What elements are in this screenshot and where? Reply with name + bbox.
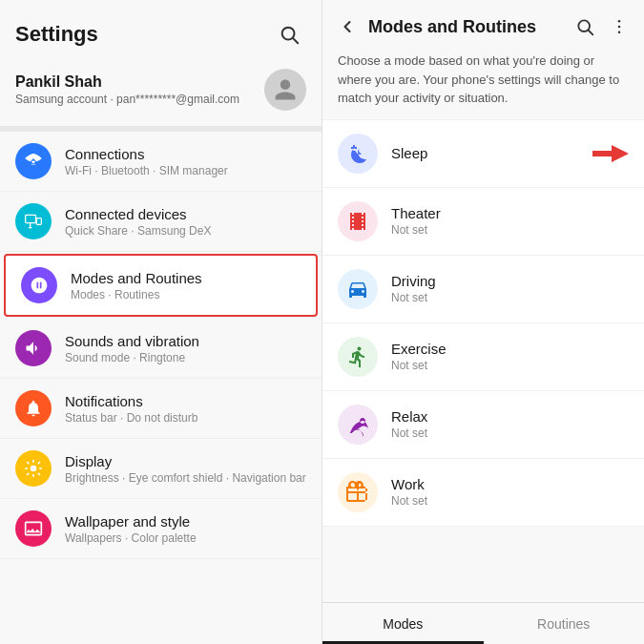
notifications-text: Notifications Status bar · Do not distur…: [65, 393, 306, 425]
exercise-icon: [338, 337, 378, 377]
tab-routines[interactable]: Routines: [484, 603, 645, 644]
modes-routines-text: Modes and Routines Modes · Routines: [71, 270, 301, 301]
svg-line-8: [589, 31, 593, 35]
svg-point-11: [618, 31, 621, 34]
svg-marker-12: [592, 145, 629, 162]
menu-item-sounds[interactable]: Sounds and vibration Sound mode · Ringto…: [0, 319, 322, 379]
avatar: [264, 69, 306, 111]
right-description: Choose a mode based on what you're doing…: [322, 48, 644, 119]
display-text: Display Brightness · Eye comfort shield …: [65, 453, 306, 485]
work-sub: Not set: [391, 494, 629, 508]
menu-item-connected-devices[interactable]: Connected devices Quick Share · Samsung …: [0, 192, 322, 252]
modes-routines-label: Modes and Routines: [71, 270, 301, 286]
exercise-label: Exercise: [391, 341, 629, 357]
profile-email: Samsung account · pan*********@gmail.com: [15, 93, 253, 106]
driving-label: Driving: [391, 273, 629, 289]
sounds-label: Sounds and vibration: [65, 333, 306, 349]
theater-label: Theater: [391, 205, 629, 221]
wallpaper-text: Wallpaper and style Wallpapers · Color p…: [65, 513, 306, 545]
notifications-icon: [15, 390, 52, 426]
mode-item-exercise[interactable]: Exercise Not set: [322, 323, 644, 391]
mode-item-sleep[interactable]: Sleep: [322, 119, 644, 188]
connected-devices-sub: Quick Share · Samsung DeX: [65, 224, 306, 238]
work-text: Work Not set: [391, 476, 629, 508]
relax-label: Relax: [391, 408, 629, 425]
relax-sub: Not set: [391, 426, 629, 440]
menu-item-display[interactable]: Display Brightness · Eye comfort shield …: [0, 439, 322, 499]
theater-sub: Not set: [391, 223, 629, 237]
menu-item-notifications[interactable]: Notifications Status bar · Do not distur…: [0, 379, 322, 439]
wallpaper-icon: [15, 510, 52, 547]
connected-devices-label: Connected devices: [65, 206, 306, 222]
profile-section[interactable]: Pankil Shah Samsung account · pan*******…: [0, 61, 322, 126]
relax-text: Relax Not set: [391, 408, 629, 440]
relax-icon: [338, 405, 378, 445]
theater-icon: [338, 201, 378, 241]
modes-routines-sub: Modes · Routines: [71, 288, 301, 301]
driving-icon: [338, 269, 378, 309]
connected-devices-text: Connected devices Quick Share · Samsung …: [65, 206, 306, 238]
mode-item-work[interactable]: Work Not set: [322, 459, 644, 527]
svg-rect-3: [36, 218, 41, 225]
menu-item-connections[interactable]: Connections Wi-Fi · Bluetooth · SIM mana…: [0, 132, 322, 192]
modes-routines-icon: [21, 267, 57, 303]
sleep-arrow: [592, 143, 629, 164]
right-panel-title: Modes and Routines: [368, 17, 564, 37]
exercise-text: Exercise Not set: [391, 341, 629, 372]
wallpaper-sub: Wallpapers · Color palette: [65, 531, 306, 545]
sounds-icon: [15, 330, 52, 366]
driving-sub: Not set: [391, 291, 629, 304]
left-panel: Settings Pankil Shah Samsung account · p…: [0, 0, 322, 644]
theater-text: Theater Not set: [391, 205, 629, 237]
svg-point-10: [618, 26, 621, 29]
menu-item-wallpaper[interactable]: Wallpaper and style Wallpapers · Color p…: [0, 499, 322, 559]
notifications-label: Notifications: [65, 393, 306, 409]
display-icon: [15, 450, 52, 487]
connections-text: Connections Wi-Fi · Bluetooth · SIM mana…: [65, 146, 306, 177]
connections-icon: [15, 143, 52, 179]
mode-item-driving[interactable]: Driving Not set: [322, 256, 644, 323]
work-label: Work: [391, 476, 629, 492]
wallpaper-label: Wallpaper and style: [65, 513, 306, 530]
sleep-label: Sleep: [391, 145, 575, 161]
display-label: Display: [65, 453, 306, 469]
modes-list: Sleep Theater Not set: [322, 119, 644, 603]
work-icon: [338, 472, 378, 512]
profile-name: Pankil Shah: [15, 73, 253, 91]
settings-search-button[interactable]: [272, 17, 306, 52]
back-button[interactable]: [334, 13, 361, 40]
sleep-icon: [338, 134, 378, 174]
svg-line-1: [293, 38, 298, 43]
right-panel: Modes and Routines Choose a mode based o…: [322, 0, 644, 644]
mode-item-theater[interactable]: Theater Not set: [322, 188, 644, 256]
tab-modes[interactable]: Modes: [322, 603, 484, 644]
mode-item-relax[interactable]: Relax Not set: [322, 391, 644, 459]
right-header: Modes and Routines: [322, 0, 644, 48]
connections-label: Connections: [65, 146, 306, 162]
sounds-sub: Sound mode · Ringtone: [65, 351, 306, 364]
svg-point-6: [31, 466, 37, 472]
more-options-button[interactable]: [606, 13, 633, 40]
exercise-sub: Not set: [391, 359, 629, 372]
bottom-tabs: Modes Routines: [322, 602, 644, 644]
sleep-text: Sleep: [391, 145, 575, 161]
connections-sub: Wi-Fi · Bluetooth · SIM manager: [65, 164, 306, 177]
display-sub: Brightness · Eye comfort shield · Naviga…: [65, 471, 306, 485]
profile-text: Pankil Shah Samsung account · pan*******…: [15, 73, 253, 106]
notifications-sub: Status bar · Do not disturb: [65, 411, 306, 425]
settings-header: Settings: [0, 0, 322, 61]
connected-devices-icon: [15, 203, 52, 239]
menu-item-modes-routines[interactable]: Modes and Routines Modes · Routines: [4, 254, 318, 317]
header-icons: [571, 13, 633, 40]
svg-rect-2: [26, 215, 36, 222]
sounds-text: Sounds and vibration Sound mode · Ringto…: [65, 333, 306, 364]
driving-text: Driving Not set: [391, 273, 629, 304]
settings-title: Settings: [15, 22, 98, 47]
svg-point-9: [618, 20, 621, 23]
right-search-button[interactable]: [571, 13, 598, 40]
